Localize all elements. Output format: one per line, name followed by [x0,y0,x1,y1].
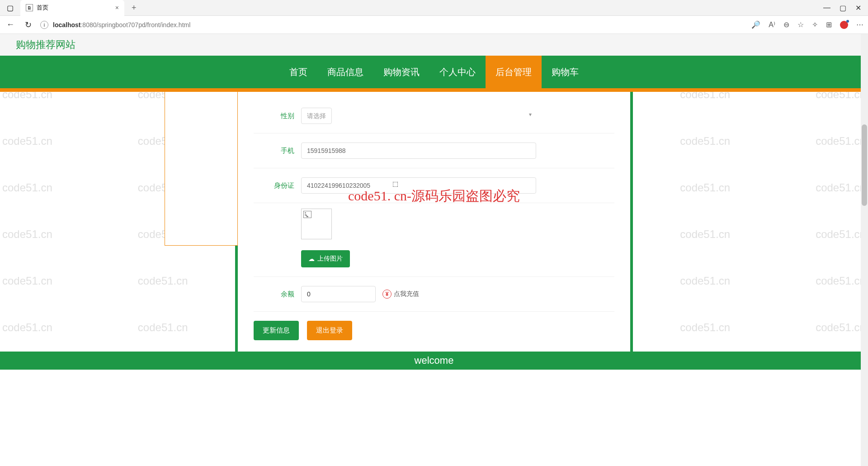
profile-form: 性别 请选择 手机 身份证 [238,92,630,352]
site-info-icon[interactable]: i [40,21,48,29]
browser-address-bar: ← ↻ i localhost:8080/springboot707pd/fro… [0,16,868,34]
gender-label: 性别 [254,112,294,120]
site-title: 购物推荐网站 [16,38,75,52]
nav-item-3[interactable]: 个人中心 [429,56,486,88]
broken-image-icon [303,211,311,218]
nav-item-4[interactable]: 后台管理 [486,56,542,88]
back-button[interactable]: ← [5,18,16,31]
balance-label: 余额 [254,290,294,299]
balance-input[interactable] [301,286,376,302]
url-path: :8080/springboot707pd/front/index.html [80,21,190,29]
refresh-button[interactable]: ↻ [23,18,33,32]
close-window-icon[interactable]: ✕ [855,4,861,12]
close-tab-icon[interactable]: × [115,4,119,11]
new-tab-button[interactable]: + [128,3,140,13]
maximize-icon[interactable]: ▢ [840,4,846,12]
favorite-icon[interactable]: ☆ [797,20,804,29]
nav-item-1[interactable]: 商品信息 [317,56,373,88]
extensions-icon[interactable]: ⊞ [826,20,832,29]
window-controls: — ▢ ✕ [823,4,868,12]
page-icon: 🗎 [26,4,33,11]
footer-text: welcome [415,355,454,366]
search-bing-icon[interactable]: 🔎 [751,20,760,29]
upload-label: 上传图片 [317,255,343,263]
recharge-link[interactable]: ¥ 点我充值 [382,290,419,299]
browser-tab[interactable]: 🗎 首页 × [20,0,124,16]
site-header: 购物推荐网站 [0,34,868,56]
tab-title: 首页 [37,4,48,12]
main-nav: 首页商品信息购物资讯个人中心后台管理购物车 [0,56,868,88]
url-input[interactable]: i localhost:8080/springboot707pd/front/i… [40,21,745,29]
id-input[interactable] [301,177,536,194]
id-label: 身份证 [254,181,294,190]
browser-tab-bar: ▢ 🗎 首页 × + — ▢ ✕ [0,0,868,16]
cloud-upload-icon: ☁ [308,255,315,262]
update-button[interactable]: 更新信息 [254,321,299,340]
nav-item-5[interactable]: 购物车 [542,56,589,88]
footer: welcome [0,352,868,370]
yen-icon: ¥ [382,290,392,299]
collections-icon[interactable]: ✧ [812,20,818,29]
nav-item-0[interactable]: 首页 [279,56,317,88]
accent-strip [0,88,868,92]
cursor-icon: ⬚ [392,180,398,187]
gender-select[interactable]: 请选择 [301,108,332,124]
upload-button[interactable]: ☁ 上传图片 [301,250,350,267]
window-tab-icon: ▢ [0,4,20,12]
scrollbar[interactable] [861,34,868,370]
zoom-icon[interactable]: ⊖ [783,20,789,29]
sidebar-panel [165,92,238,246]
profile-icon[interactable] [840,21,848,29]
minimize-icon[interactable]: — [823,4,830,12]
browser-toolbar: 🔎 A⁾ ⊖ ☆ ✧ ⊞ ⋯ [751,20,863,29]
image-preview [301,209,332,239]
logout-button[interactable]: 退出登录 [307,321,352,340]
phone-label: 手机 [254,147,294,155]
more-icon[interactable]: ⋯ [856,20,863,29]
url-host: localhost [53,21,80,29]
nav-item-2[interactable]: 购物资讯 [373,56,429,88]
recharge-label: 点我充值 [394,290,419,298]
scrollbar-thumb[interactable] [862,124,867,206]
content-panel: 性别 请选择 手机 身份证 [235,92,633,352]
read-aloud-icon[interactable]: A⁾ [769,20,775,29]
phone-input[interactable] [301,143,536,159]
